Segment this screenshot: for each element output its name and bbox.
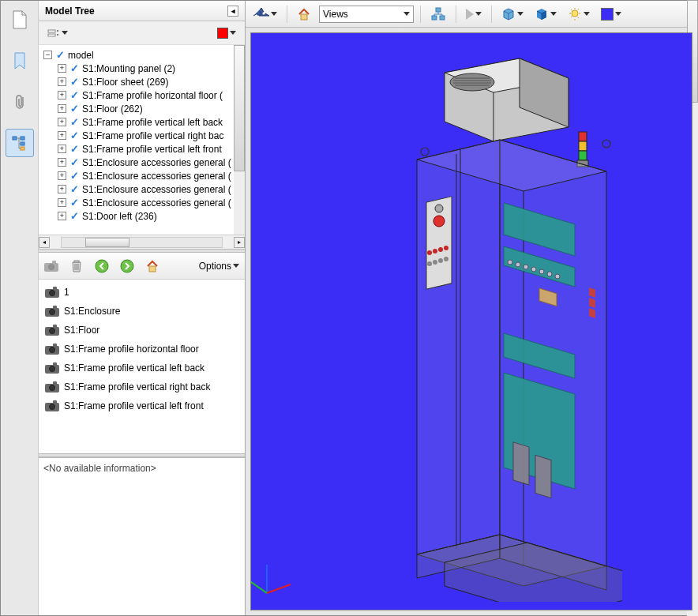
list-item[interactable]: 1: [42, 283, 242, 302]
list-item[interactable]: S1:Enclosure: [42, 302, 242, 321]
check-icon[interactable]: ✓: [69, 63, 80, 74]
views-combo[interactable]: Views: [319, 6, 414, 23]
tree-item[interactable]: +✓S1:Enclosure accessories general (: [56, 156, 242, 169]
paperclip-icon[interactable]: [6, 88, 34, 116]
list-item[interactable]: S1:Frame profile vertical left front: [42, 396, 242, 415]
camera-icon: [45, 400, 59, 411]
expander-icon[interactable]: +: [58, 198, 66, 207]
expander-icon[interactable]: +: [58, 185, 66, 193]
cube-display-dropdown[interactable]: [498, 4, 527, 24]
background-color-dropdown[interactable]: [598, 5, 625, 24]
x-axis: [267, 584, 291, 594]
navigation-tool-dropdown[interactable]: [250, 3, 280, 25]
camera-tool-button[interactable]: [42, 257, 61, 276]
collapse-panel-button[interactable]: ◂: [227, 6, 238, 17]
check-icon[interactable]: ✓: [69, 117, 80, 128]
expander-icon[interactable]: +: [58, 91, 66, 100]
tree-vertical-scrollbar[interactable]: [234, 45, 245, 235]
lighting-dropdown[interactable]: [565, 4, 593, 24]
tree-item[interactable]: +✓S1:Enclosure accessories general (: [56, 196, 242, 209]
check-icon[interactable]: ✓: [69, 103, 80, 115]
forward-button[interactable]: [118, 257, 137, 276]
expander-icon[interactable]: +: [58, 118, 66, 126]
expander-icon[interactable]: +: [58, 212, 66, 220]
check-icon[interactable]: ✓: [69, 171, 80, 182]
tree-horizontal-scrollbar[interactable]: ◂ ▸: [39, 235, 245, 249]
3d-viewport[interactable]: [250, 32, 692, 610]
tree-label[interactable]: S1:Enclosure accessories general (: [82, 197, 231, 208]
check-icon[interactable]: ✓: [69, 184, 80, 195]
tree-item[interactable]: +✓S1:Floor sheet (269): [56, 75, 242, 88]
expander-icon[interactable]: −: [43, 51, 52, 59]
tree-settings-dropdown[interactable]: [43, 25, 72, 41]
check-icon[interactable]: ✓: [69, 144, 80, 155]
expander-icon[interactable]: +: [58, 77, 66, 86]
tree-label[interactable]: S1:Frame profile vertical left back: [82, 117, 223, 128]
list-item[interactable]: S1:Frame profile horizontal floor: [42, 340, 242, 359]
tree-item[interactable]: +✓S1:Enclosure accessories general (: [56, 169, 242, 182]
expander-icon[interactable]: +: [58, 64, 66, 73]
list-item[interactable]: S1:Frame profile vertical right back: [42, 377, 242, 396]
tree-label[interactable]: S1:Enclosure accessories general (: [82, 157, 231, 168]
trash-button[interactable]: [67, 257, 86, 276]
expander-icon[interactable]: +: [58, 145, 66, 153]
tree-label[interactable]: S1:Enclosure accessories general (: [82, 184, 231, 195]
tree-item[interactable]: +✓S1:Mounting panel (2): [56, 62, 242, 75]
camera-icon: [45, 362, 59, 374]
camera-icon: [45, 287, 59, 298]
list-item[interactable]: S1:Frame profile vertical left back: [42, 359, 242, 377]
page-icon[interactable]: [6, 6, 34, 34]
tree-item[interactable]: +✓S1:Floor (262): [56, 102, 242, 115]
tree-item[interactable]: +✓S1:Door left (236): [56, 209, 242, 223]
shaded-cube-dropdown[interactable]: [531, 4, 560, 24]
tree-label[interactable]: S1:Mounting panel (2): [82, 63, 175, 74]
tree-label[interactable]: S1:Enclosure accessories general (: [82, 171, 231, 182]
check-icon[interactable]: ✓: [69, 157, 80, 168]
bookmark-icon[interactable]: [6, 47, 34, 75]
tree-label[interactable]: S1:Frame profile vertical left front: [82, 144, 222, 155]
tree-label[interactable]: S1:Frame profile horizontal floor (: [82, 90, 223, 101]
check-icon[interactable]: ✓: [69, 197, 80, 208]
check-icon[interactable]: ✓: [69, 211, 80, 222]
tree-label[interactable]: model: [68, 50, 94, 61]
list-item[interactable]: S1:Floor: [42, 321, 242, 340]
color-swatch: [217, 28, 228, 39]
back-button[interactable]: [92, 257, 111, 276]
svg-rect-15: [440, 16, 445, 20]
expander-icon[interactable]: +: [58, 158, 66, 167]
tree-item[interactable]: +✓S1:Frame profile vertical right bac: [56, 129, 242, 142]
expander-icon[interactable]: +: [58, 104, 66, 113]
svg-point-10: [121, 260, 133, 272]
model-tree-panel: Model Tree ◂ −✓model+✓S1:Mounting panel …: [39, 1, 246, 615]
tree-label[interactable]: S1:Floor (262): [82, 103, 143, 115]
tree-label[interactable]: S1:Door left (236): [82, 211, 157, 222]
expander-icon[interactable]: +: [58, 131, 66, 140]
svg-rect-14: [432, 16, 437, 20]
tree-label[interactable]: S1:Frame profile vertical right bac: [82, 130, 223, 141]
hierarchy-tool-button[interactable]: [427, 3, 449, 25]
options-label: Options: [199, 261, 231, 272]
play-button[interactable]: [463, 6, 485, 23]
tree-label[interactable]: S1:Floor sheet (269): [82, 77, 168, 88]
tree-item[interactable]: +✓S1:Frame profile horizontal floor (: [56, 88, 242, 102]
check-icon[interactable]: ✓: [54, 50, 66, 61]
home-view-button[interactable]: [294, 4, 314, 24]
options-dropdown[interactable]: Options: [197, 258, 242, 274]
tree-item[interactable]: +✓S1:Frame profile vertical left back: [56, 115, 242, 129]
check-icon[interactable]: ✓: [69, 90, 80, 101]
expander-icon[interactable]: +: [58, 171, 66, 180]
chevron-down-icon: [584, 12, 590, 16]
color-picker-dropdown[interactable]: [213, 25, 240, 41]
tree-item[interactable]: +✓S1:Frame profile vertical left front: [56, 142, 242, 156]
home-button[interactable]: [143, 257, 162, 276]
svg-point-17: [450, 73, 494, 91]
tree-view[interactable]: −✓model+✓S1:Mounting panel (2)+✓S1:Floor…: [39, 45, 245, 235]
check-icon[interactable]: ✓: [69, 77, 80, 88]
svg-point-26: [421, 148, 429, 156]
tree-item[interactable]: +✓S1:Enclosure accessories general (: [56, 182, 242, 196]
item-list[interactable]: 1S1:EnclosureS1:FloorS1:Frame profile ho…: [39, 280, 245, 453]
axis-indicator: [267, 554, 306, 594]
tree-root-item[interactable]: −✓model: [42, 48, 242, 62]
tree-view-icon[interactable]: [6, 129, 34, 157]
check-icon[interactable]: ✓: [69, 130, 80, 141]
